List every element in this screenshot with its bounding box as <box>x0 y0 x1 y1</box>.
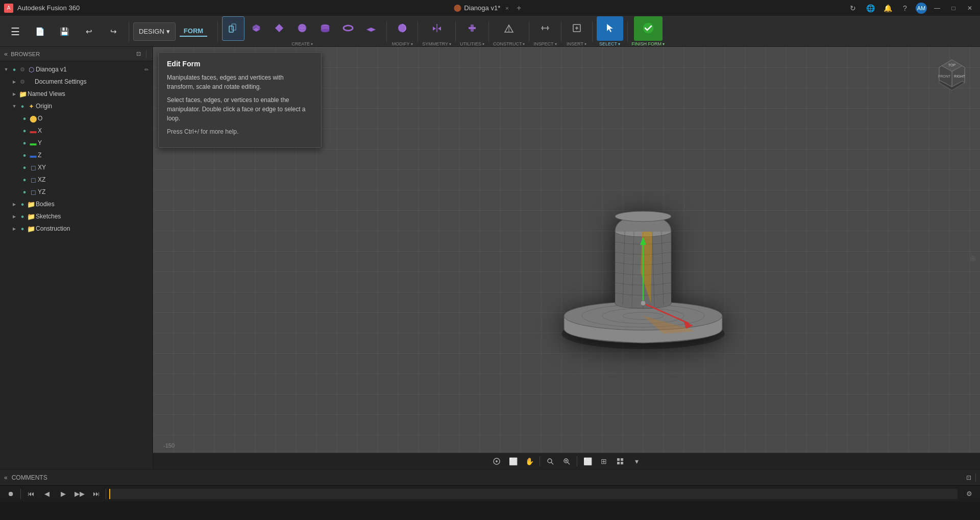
viewport[interactable]: Edit Form Manipulates faces, edges and v… <box>153 47 980 469</box>
eye-yz[interactable]: ● <box>20 189 29 195</box>
diamond-btn[interactable] <box>268 16 290 41</box>
tab-add-btn[interactable]: + <box>512 1 526 15</box>
svg-point-7 <box>321 29 329 32</box>
eye-y[interactable]: ● <box>20 140 29 146</box>
help-btn[interactable]: ? <box>898 2 912 15</box>
create-label[interactable]: CREATE ▾ <box>291 41 313 46</box>
eye-origin[interactable]: ● <box>18 103 27 109</box>
prev-frame-btn[interactable]: ◀ <box>40 487 54 501</box>
browser-collapse-btn[interactable]: ⊡ <box>136 51 141 57</box>
zoom-fit-btn[interactable] <box>543 455 557 468</box>
plane-btn[interactable] <box>360 16 382 41</box>
finish-form-btn[interactable] <box>634 16 663 41</box>
timeline[interactable] <box>109 489 958 499</box>
sep2 <box>217 21 218 42</box>
maximize-btn[interactable]: □ <box>947 2 960 14</box>
grid-btn[interactable]: ⊞ <box>597 455 611 468</box>
design-mode-btn[interactable]: DESIGN ▾ <box>133 22 176 41</box>
minimize-btn[interactable]: — <box>931 2 943 14</box>
snap-btn[interactable] <box>489 455 504 468</box>
form-tab[interactable]: FORM <box>180 26 207 37</box>
redo-btn[interactable]: ↪ <box>102 19 125 44</box>
comments-pin-btn[interactable]: ⊡ <box>966 474 971 481</box>
tree-item-origin[interactable]: ▼ ● ✦ Origin <box>0 100 153 112</box>
tree-item-construction[interactable]: ▶ ● 📁 Construction <box>0 222 153 235</box>
edit-dianoga[interactable]: ✏ <box>144 67 149 72</box>
select-btn[interactable] <box>597 16 623 41</box>
tree-item-yz[interactable]: ● ◻ YZ <box>0 186 153 198</box>
view-cube-btn[interactable]: ⬜ <box>580 455 595 468</box>
tree-item-sketches[interactable]: ▶ ● 📁 Sketches <box>0 210 153 222</box>
eye-dianoga[interactable]: ● <box>10 66 18 72</box>
torus-btn[interactable] <box>337 16 359 41</box>
refresh-btn[interactable]: ↻ <box>846 2 860 15</box>
new-file-btn[interactable]: 📄 <box>29 19 51 44</box>
select-label[interactable]: SELECT ▾ <box>599 41 620 46</box>
next-frame-btn[interactable]: ▶▶ <box>73 487 86 501</box>
zoom-btn[interactable] <box>559 455 574 468</box>
undo-btn[interactable]: ↩ <box>78 19 100 44</box>
eye-z[interactable]: ● <box>20 152 29 158</box>
insert-btn[interactable] <box>566 16 588 41</box>
first-frame-btn[interactable]: ⏮ <box>24 487 37 501</box>
tree-item-xz[interactable]: ● ◻ XZ <box>0 174 153 186</box>
tree-item-o[interactable]: ● ⬤ O <box>0 112 153 125</box>
symmetry-label[interactable]: SYMMETRY ▾ <box>422 41 451 46</box>
eye-xz[interactable]: ● <box>20 177 29 183</box>
tree-item-bodies[interactable]: ▶ ● 📁 Bodies <box>0 198 153 210</box>
construct-btn[interactable] <box>498 16 520 41</box>
close-btn[interactable]: ✕ <box>964 2 976 14</box>
play-btn[interactable]: ▶ <box>57 487 70 501</box>
edit-form-btn[interactable] <box>222 16 244 41</box>
eye-construction[interactable]: ● <box>18 226 27 232</box>
symmetry-group: SYMMETRY ▾ <box>422 16 451 46</box>
inspect-label[interactable]: INSPECT ▾ <box>533 41 556 46</box>
eye-o[interactable]: ● <box>20 115 29 121</box>
sphere-btn[interactable] <box>291 16 313 41</box>
orientation-cube[interactable]: TOP RIGHT FRONT <box>934 57 970 93</box>
finish-form-label[interactable]: FINISH FORM ▾ <box>632 41 665 46</box>
eye-bodies[interactable]: ● <box>18 201 27 207</box>
dropdown-btn[interactable]: ▾ <box>629 455 644 468</box>
comments-collapse-btn[interactable]: « <box>4 474 8 481</box>
tree-item-y[interactable]: ● ▬ Y <box>0 137 153 149</box>
settings-bottom-btn[interactable]: ⚙ <box>963 487 976 501</box>
box-btn[interactable] <box>245 16 267 41</box>
tree-item-xy[interactable]: ● ◻ XY <box>0 161 153 174</box>
account-btn[interactable]: AM <box>916 3 927 14</box>
settings-dianoga[interactable]: ⚙ <box>18 66 27 73</box>
insert-label[interactable]: INSERT ▾ <box>567 41 586 46</box>
construct-label[interactable]: CONSTRUCT ▾ <box>493 41 525 46</box>
tree-item-z[interactable]: ● ▬ Z <box>0 149 153 161</box>
tab-close-btn[interactable]: × <box>505 5 508 11</box>
layout-btn[interactable]: ⬜ <box>506 455 520 468</box>
right-icon-btn[interactable]: ◎ <box>968 253 978 263</box>
modify-main-btn[interactable] <box>391 16 413 41</box>
utilities-label[interactable]: UTILITIES ▾ <box>460 41 484 46</box>
eye-x[interactable]: ● <box>20 128 29 134</box>
tree-item-x[interactable]: ● ▬ X <box>0 125 153 137</box>
inspect-btn[interactable] <box>534 16 556 41</box>
cylinder-btn[interactable] <box>314 16 336 41</box>
last-frame-btn[interactable]: ⏭ <box>89 487 103 501</box>
tree-item-named-views[interactable]: ▶ 📁 Named Views <box>0 88 153 100</box>
svg-point-3 <box>298 24 306 32</box>
tree-item-dianoga[interactable]: ▼ ● ⚙ ⬡ Dianoga v1 ✏ <box>0 63 153 76</box>
modify-label[interactable]: MODIFY ▾ <box>392 41 413 46</box>
save-btn[interactable]: 💾 <box>53 19 76 44</box>
eye-xy[interactable]: ● <box>20 164 29 170</box>
arrow-doc-settings: ▶ <box>10 80 18 84</box>
tree-item-doc-settings[interactable]: ▶ ⚙ Document Settings <box>0 76 153 88</box>
symmetry-btn[interactable] <box>426 16 448 41</box>
hamburger-menu-btn[interactable]: ☰ <box>4 19 27 44</box>
utilities-group: UTILITIES ▾ <box>460 16 484 46</box>
bell-btn[interactable]: 🔔 <box>881 2 894 15</box>
design-arrow: ▾ <box>166 28 170 35</box>
globe-btn[interactable]: 🌐 <box>864 2 877 15</box>
pan-btn[interactable]: ✋ <box>522 455 536 468</box>
utilities-btn[interactable] <box>461 16 483 41</box>
eye-sketches[interactable]: ● <box>18 213 27 219</box>
folder-icon-origin: ✦ <box>27 103 36 110</box>
record-btn[interactable]: ⏺ <box>4 487 17 501</box>
display-btn[interactable] <box>613 455 627 468</box>
